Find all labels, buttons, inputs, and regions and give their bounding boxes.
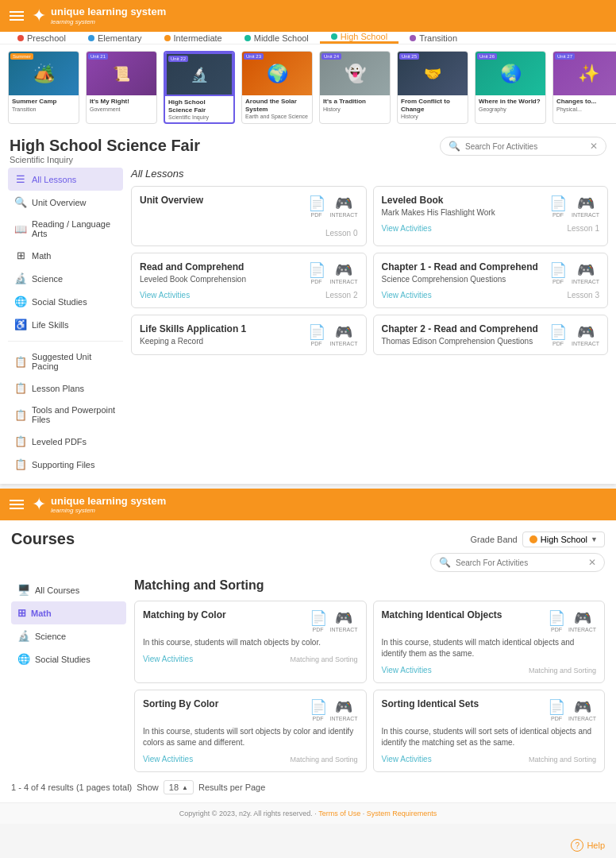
course-interact-0[interactable]: 🎮 INTERACT [330,609,358,632]
lesson-num-2: Lesson 2 [325,291,358,300]
courses-section-title: Matching and Sorting [134,578,605,593]
footer-terms-link[interactable]: Terms of Use [318,810,360,817]
search-input[interactable] [465,142,585,151]
sidebar-item-science[interactable]: 🔬 Science [8,267,123,290]
unit-card-trad[interactable]: Unit 24 👻 It's a Tradition History [319,51,391,124]
tab-transition[interactable]: Transition [398,33,468,43]
sidebar-item-unit-overview[interactable]: 🔍 Unit Overview [8,191,123,214]
interact-button-0[interactable]: 🎮 INTERACT [330,195,358,218]
lessons-area: All Lessons Unit Overview 📄 PDF 🎮 [131,168,608,476]
interact-button-3[interactable]: 🎮 INTERACT [572,261,599,284]
lesson-subtitle-4: Keeping a Record [140,337,246,346]
pdf-icon-1: 📄 [549,195,567,212]
content-header-row: High School Science Fair Scientific Inqu… [0,130,616,168]
sidebar-item-tools[interactable]: 📋 Tools and Powerpoint Files [8,400,123,430]
grade-band-select[interactable]: High School ▼ [522,531,605,547]
pagination-show-select[interactable]: 18 ▲ [164,780,194,794]
sidebar-item-reading[interactable]: 📖 Reading / Language Arts [8,214,123,244]
sidebar-item-math[interactable]: ⊞ Math [8,244,123,267]
pdf-button-2[interactable]: 📄 PDF [308,261,325,284]
sidebar-label-science: Science [32,274,63,284]
unit-badge-summer: Summer [10,53,33,60]
course-pdf-0[interactable]: 📄 PDF [310,609,327,632]
unit-card-world[interactable]: Unit 26 🌏 Where in the World? Geography [475,51,546,124]
interact-button-2[interactable]: 🎮 INTERACT [330,261,358,284]
sidebar-item-pdfs[interactable]: 📋 Leveled PDFs [8,430,123,453]
course-interact-3[interactable]: 🎮 INTERACT [568,698,596,721]
pdf-button-1[interactable]: 📄 PDF [549,195,567,218]
tab-middle-school[interactable]: Middle School [233,33,320,43]
unit-title-sci: High School Science Fair [168,99,230,114]
bottom-menu-button[interactable] [10,500,24,509]
course-pdf-1[interactable]: 📄 PDF [548,609,565,632]
tab-intermediate[interactable]: Intermediate [153,33,233,43]
sidebar-item-pacing[interactable]: 📋 Suggested Unit Pacing [8,346,123,377]
menu-button[interactable] [10,11,24,21]
courses-search-clear-icon[interactable]: ✕ [588,557,596,568]
interact-button-4[interactable]: 🎮 INTERACT [330,323,358,346]
unit-card-summer[interactable]: Summer 🏕️ Summer Camp Transition [8,51,79,124]
courses-sidebar-social[interactable]: 🌐 Social Studies [11,647,126,671]
tab-high-school[interactable]: High School [320,32,398,44]
footer-requirements-link[interactable]: System Requirements [367,810,437,817]
sidebar-item-all-lessons[interactable]: ☰ All Lessons [8,168,123,191]
interact-icon-5: 🎮 [577,323,595,341]
view-activities-1[interactable]: View Activities [382,224,432,233]
interact-button-1[interactable]: 🎮 INTERACT [572,195,599,218]
course-pdf-3[interactable]: 📄 PDF [548,698,565,721]
unit-card-changes[interactable]: Unit 27 ✨ Changes to... Physical... [552,51,616,124]
sidebar-item-lesson-plans[interactable]: 📋 Lesson Plans [8,377,123,400]
lesson-card-0: Unit Overview 📄 PDF 🎮 INTERACT [131,186,367,246]
lesson-subtitle-2: Leveled Book Comprehension [140,275,246,284]
bottom-logo-star-icon: ✦ [32,494,46,515]
pagination-chevron-icon: ▲ [182,784,188,791]
tab-elementary[interactable]: Elementary [77,33,153,43]
courses-sidebar-all[interactable]: 🖥️ All Courses [11,578,126,601]
tab-preschool[interactable]: Preschool [6,33,77,43]
pdf-button-0[interactable]: 📄 PDF [308,195,325,218]
course-pdf-icon-3: 📄 [548,698,565,716]
view-activities-3[interactable]: View Activities [382,291,432,300]
unit-card-sci[interactable]: Unit 22 🔬 High School Science Fair Scien… [164,51,235,124]
pdf-label-4: PDF [311,341,322,346]
pdf-button-5[interactable]: 📄 PDF [549,323,567,346]
course-interact-icon-3: 🎮 [574,698,591,716]
lesson-subtitle-1: Mark Makes His Flashlight Work [382,208,495,217]
pagination: 1 - 4 of 4 results (1 pages total) Show … [0,772,616,802]
search-clear-icon[interactable]: ✕ [590,141,598,152]
unit-card-gov[interactable]: Unit 21 📜 It's My Right! Government [86,51,157,124]
unit-card-solar[interactable]: Unit 23 🌍 Around the Solar System Earth … [241,51,313,124]
course-view-2[interactable]: View Activities [143,755,193,763]
sidebar-item-social-studies[interactable]: 🌐 Social Studies [8,290,123,313]
grade-band-container: Grade Band High School ▼ [470,531,605,547]
courses-search-input[interactable] [456,558,583,567]
courses-search-container[interactable]: 🔍 ✕ [430,553,605,572]
course-interact-label-0: INTERACT [330,627,358,632]
courses-sidebar-science[interactable]: 🔬 Science [11,624,126,647]
sidebar-item-life-skills[interactable]: ♿ Life Skills [8,313,123,336]
pdf-button-4[interactable]: 📄 PDF [308,323,325,346]
unit-card-conflict[interactable]: Unit 25 🤝 From Conflict to Change Histor… [397,51,468,124]
lesson-actions-0: 📄 PDF 🎮 INTERACT [308,195,358,218]
course-interact-1[interactable]: 🎮 INTERACT [568,609,596,632]
course-view-3[interactable]: View Activities [382,755,432,763]
course-actions-0: 📄 PDF 🎮 INTERACT [310,609,358,632]
middle-school-dot [244,35,251,41]
course-interact-2[interactable]: 🎮 INTERACT [330,698,358,721]
course-view-0[interactable]: View Activities [143,655,193,663]
unit-badge-conflict: Unit 25 [399,53,419,60]
course-title-2: Sorting By Color [143,698,218,709]
course-title-1: Matching Identical Objects [382,609,502,620]
search-container[interactable]: 🔍 ✕ [440,137,606,156]
interact-button-5[interactable]: 🎮 INTERACT [572,323,599,346]
pdf-button-3[interactable]: 📄 PDF [549,261,567,284]
course-pdf-2[interactable]: 📄 PDF [310,698,327,721]
grade-band-dot [529,535,537,543]
course-desc-3: In this course, students will sort sets … [382,726,597,748]
view-activities-2[interactable]: View Activities [140,291,190,300]
sidebar-item-supporting[interactable]: 📋 Supporting Files [8,453,123,476]
course-view-1[interactable]: View Activities [382,666,432,674]
courses-sidebar: 🖥️ All Courses ⊞ Math 🔬 Science 🌐 Social… [11,578,126,772]
courses-search-row: 🔍 ✕ [0,553,616,578]
courses-sidebar-math[interactable]: ⊞ Math [11,601,126,624]
